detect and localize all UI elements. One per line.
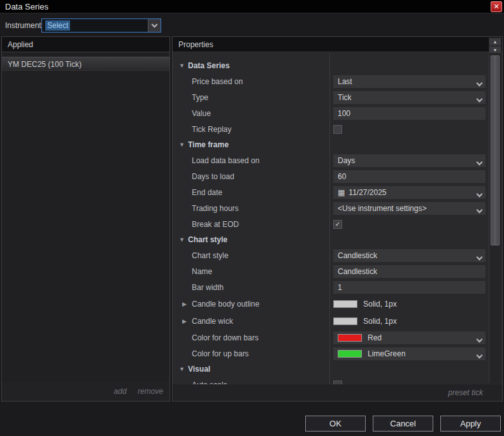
section-expanded-icon[interactable]: ▼ bbox=[179, 62, 188, 69]
property-label: Color for up bars bbox=[173, 349, 329, 358]
section-header[interactable]: ▼Time frame bbox=[173, 137, 502, 152]
dropdown-field[interactable]: Tick bbox=[333, 91, 486, 104]
property-label-text: Candle wick bbox=[192, 317, 233, 326]
color-dropdown-field[interactable]: LimeGreen bbox=[333, 347, 486, 360]
property-value: Solid, 1px bbox=[329, 317, 502, 326]
line-style-value: Solid, 1px bbox=[363, 317, 397, 326]
color-dropdown-field[interactable]: Red bbox=[333, 331, 486, 344]
property-label: Tick Replay bbox=[173, 125, 329, 134]
dropdown-field[interactable]: <Use instrument settings> bbox=[333, 202, 486, 215]
dropdown-field[interactable]: Last bbox=[333, 75, 486, 88]
color-swatch bbox=[338, 334, 362, 342]
property-label: Price based on bbox=[173, 77, 329, 86]
line-style-swatch bbox=[333, 300, 357, 308]
cancel-button[interactable]: Cancel bbox=[373, 416, 433, 432]
applied-item[interactable]: YM DEC25 (100 Tick) bbox=[2, 57, 169, 71]
applied-header: Applied bbox=[2, 37, 169, 52]
property-value bbox=[329, 381, 502, 384]
chevron-down-icon bbox=[477, 189, 482, 198]
property-label: Auto scale bbox=[173, 381, 329, 384]
chevron-down-icon bbox=[477, 335, 482, 344]
close-icon[interactable]: ✕ bbox=[491, 1, 502, 12]
property-row: NameCandlestick bbox=[173, 263, 502, 279]
instrument-label: Instrument bbox=[5, 21, 41, 30]
field-value: 11/27/2025 bbox=[349, 188, 386, 197]
property-label-text: Chart style bbox=[192, 251, 228, 260]
text-input[interactable]: 100 bbox=[333, 107, 486, 120]
property-label: Load data based on bbox=[173, 156, 329, 165]
field-value: Candlestick bbox=[338, 267, 377, 276]
property-label: Days to load bbox=[173, 172, 329, 181]
property-row: End date▦11/27/2025 bbox=[173, 184, 502, 200]
scroll-up-icon[interactable]: ▲ bbox=[489, 38, 501, 46]
chevron-down-icon[interactable] bbox=[148, 19, 161, 32]
scrollbar-track[interactable] bbox=[489, 53, 501, 383]
apply-button[interactable]: Apply bbox=[440, 416, 501, 432]
property-label: Name bbox=[173, 267, 329, 276]
field-value: 60 bbox=[338, 172, 346, 181]
dropdown-field[interactable]: Days bbox=[333, 154, 486, 167]
property-row: ▶Candle body outlineSolid, 1px bbox=[173, 295, 502, 312]
property-label-text: Candle body outline bbox=[192, 300, 259, 309]
field-value: 1 bbox=[338, 283, 342, 292]
remove-button[interactable]: remove bbox=[138, 387, 163, 396]
property-value bbox=[329, 125, 502, 134]
property-row: Load data based onDays bbox=[173, 152, 502, 168]
ok-button[interactable]: OK bbox=[305, 416, 366, 432]
expand-arrow-icon[interactable]: ▶ bbox=[182, 301, 192, 307]
chevron-down-icon bbox=[477, 94, 482, 103]
section-expanded-icon[interactable]: ▼ bbox=[179, 236, 188, 243]
properties-viewport: ▼Data SeriesPrice based onLastTypeTickVa… bbox=[173, 53, 502, 384]
scrollbar-thumb[interactable] bbox=[491, 55, 500, 245]
property-label-text: Color for down bars bbox=[192, 333, 259, 342]
property-row: Color for down barsRed bbox=[173, 330, 502, 345]
section-header[interactable]: ▼Chart style bbox=[173, 232, 502, 247]
button-bar: OK Cancel Apply bbox=[305, 416, 501, 432]
expand-arrow-icon[interactable]: ▶ bbox=[182, 318, 192, 324]
property-row: Color for up barsLimeGreen bbox=[173, 345, 502, 361]
property-label-text: Trading hours bbox=[192, 204, 239, 213]
property-value: ✓ bbox=[329, 220, 502, 229]
chevron-down-icon bbox=[477, 252, 482, 261]
field-value: Candlestick bbox=[338, 251, 377, 260]
dropdown-field[interactable]: Candlestick bbox=[333, 249, 486, 262]
header-spinner: ▲ ▼ bbox=[489, 38, 501, 55]
applied-actions: add remove bbox=[105, 387, 163, 396]
properties-header: Properties ▲ ▼ bbox=[173, 37, 502, 52]
checkbox-unchecked[interactable] bbox=[333, 381, 342, 384]
property-value: Candlestick bbox=[329, 265, 502, 278]
window-title: Data Series bbox=[5, 2, 48, 11]
chevron-down-icon bbox=[477, 78, 482, 87]
property-value: Red bbox=[329, 331, 502, 344]
section-expanded-icon[interactable]: ▼ bbox=[179, 142, 188, 148]
property-label-text: End date bbox=[192, 188, 222, 197]
section-expanded-icon[interactable]: ▼ bbox=[179, 366, 188, 372]
property-value: 100 bbox=[329, 107, 502, 120]
property-row: Value100 bbox=[173, 105, 502, 121]
property-row: Tick Replay bbox=[173, 121, 502, 137]
property-label: Chart style bbox=[173, 251, 329, 260]
section-header[interactable]: ▼Visual bbox=[173, 361, 502, 377]
property-label-text: Color for up bars bbox=[192, 349, 248, 358]
preset-hint: preset tick bbox=[448, 388, 483, 397]
property-label-text: Tick Replay bbox=[192, 125, 231, 134]
add-button[interactable]: add bbox=[114, 387, 127, 396]
text-input[interactable]: 60 bbox=[333, 170, 486, 183]
checkbox-checked[interactable]: ✓ bbox=[333, 220, 342, 229]
properties-content: ▼Data SeriesPrice based onLastTypeTickVa… bbox=[173, 53, 502, 384]
text-input[interactable]: Candlestick bbox=[333, 265, 486, 278]
checkbox-unchecked[interactable] bbox=[333, 125, 342, 134]
property-row: Bar width1 bbox=[173, 279, 502, 295]
text-input[interactable]: 1 bbox=[333, 281, 486, 294]
section-header[interactable]: ▼Data Series bbox=[173, 58, 502, 73]
section-title: Data Series bbox=[188, 61, 229, 70]
line-style-swatch bbox=[333, 317, 357, 325]
field-value: <Use instrument settings> bbox=[338, 204, 426, 213]
property-value: Solid, 1px bbox=[329, 300, 502, 309]
date-dropdown-field[interactable]: ▦11/27/2025 bbox=[333, 186, 486, 199]
property-value: 60 bbox=[329, 170, 502, 183]
property-label: End date bbox=[173, 188, 329, 197]
property-label-text: Days to load bbox=[192, 172, 234, 181]
instrument-select[interactable]: Select bbox=[41, 18, 161, 33]
line-style-value: Solid, 1px bbox=[363, 300, 397, 309]
